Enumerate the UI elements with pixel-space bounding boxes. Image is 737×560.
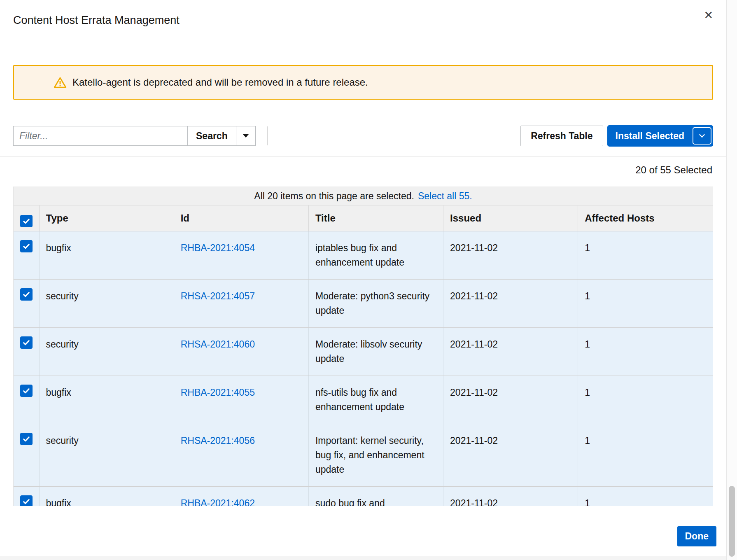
row-checkbox[interactable] [20,336,33,349]
cell-affected-hosts: 1 [578,328,713,376]
table-header-row: Type Id Title Issued Affected Hosts [14,205,713,231]
cell-type: bugfix [39,376,174,424]
toolbar: Search Refresh Table Install Selected [13,125,713,147]
cell-type: security [39,328,174,376]
modal-body: Katello-agent is deprecated and will be … [0,65,726,506]
check-icon [22,497,30,506]
errata-table: Type Id Title Issued Affected Hosts bugf… [14,205,713,506]
row-checkbox[interactable] [20,240,33,252]
check-icon [22,290,30,299]
table-row: bugfix RHBA-2021:4054 iptables bug fix a… [14,231,713,280]
column-header-title: Title [308,205,443,231]
toolbar-divider [267,126,268,145]
cell-issued: 2021-11-02 [443,487,578,506]
cell-title: sudo bug fix and [308,487,443,506]
erratum-id-link[interactable]: RHBA-2021:4062 [181,498,255,506]
table-row: security RHSA-2021:4056 Important: kerne… [14,424,713,487]
erratum-id-link[interactable]: RHBA-2021:4055 [181,387,255,398]
select-all-checkbox[interactable] [20,215,33,227]
row-checkbox[interactable] [20,385,33,397]
filter-input[interactable] [13,126,188,146]
table-row: security RHSA-2021:4057 Moderate: python… [14,280,713,328]
install-options-button[interactable] [693,127,711,145]
column-header-affected-hosts: Affected Hosts [578,205,713,231]
cell-affected-hosts: 1 [578,231,713,280]
page-title: Content Host Errata Management [13,14,180,27]
alert-text: Katello-agent is deprecated and will be … [72,77,368,88]
erratum-id-link[interactable]: RHSA-2021:4056 [181,435,255,446]
cell-title: Important: kernel security, bug fix, and… [308,424,443,487]
horizontal-scrollbar[interactable] [0,556,726,560]
deprecation-warning-alert: Katello-agent is deprecated and will be … [13,65,713,100]
row-checkbox[interactable] [20,495,33,506]
check-icon [22,217,30,225]
vertical-scrollbar-thumb[interactable] [729,486,735,557]
cell-affected-hosts: 1 [578,376,713,424]
bulk-select-text: All 20 items on this page are selected. [254,191,414,202]
search-button[interactable]: Search [187,126,236,146]
cell-title: Moderate: python3 security update [308,280,443,328]
bulk-select-banner: All 20 items on this page are selected. … [14,187,713,205]
cell-title: nfs-utils bug fix and enhancement update [308,376,443,424]
column-header-issued: Issued [443,205,578,231]
cell-issued: 2021-11-02 [443,424,578,487]
cell-issued: 2021-11-02 [443,376,578,424]
warning-icon [54,77,67,89]
cell-type: security [39,280,174,328]
row-checkbox[interactable] [20,288,33,301]
select-all-link[interactable]: Select all 55. [418,191,472,202]
check-icon [22,435,30,443]
vertical-scrollbar[interactable] [726,0,737,560]
caret-down-icon [243,134,249,138]
cell-affected-hosts: 1 [578,487,713,506]
cell-affected-hosts: 1 [578,424,713,487]
column-header-id: Id [174,205,308,231]
refresh-table-button[interactable]: Refresh Table [520,126,603,146]
toolbar-actions: Refresh Table Install Selected [520,125,713,147]
install-selected-button[interactable]: Install Selected [608,126,692,146]
cell-title: iptables bug fix and enhancement update [308,231,443,280]
errata-table-container: All 20 items on this page are selected. … [13,187,713,506]
close-icon[interactable]: ✕ [702,8,715,23]
check-icon [22,338,30,347]
cell-affected-hosts: 1 [578,280,713,328]
check-icon [22,387,30,395]
erratum-id-link[interactable]: RHSA-2021:4060 [181,339,255,350]
row-checkbox[interactable] [20,433,33,445]
install-selected-split-button: Install Selected [607,125,713,147]
cell-issued: 2021-11-02 [443,231,578,280]
cell-type: security [39,424,174,487]
cell-type: bugfix [39,487,174,506]
erratum-id-link[interactable]: RHSA-2021:4057 [181,291,255,301]
search-options-button[interactable] [236,126,256,146]
cell-type: bugfix [39,231,174,280]
table-row: bugfix RHBA-2021:4055 nfs-utils bug fix … [14,376,713,424]
cell-issued: 2021-11-02 [443,280,578,328]
check-icon [22,242,30,250]
column-header-type: Type [39,205,174,231]
cell-title: Moderate: libsolv security update [308,328,443,376]
errata-management-modal: Content Host Errata Management ✕ Katello… [0,0,726,560]
erratum-id-link[interactable]: RHBA-2021:4054 [181,243,255,253]
table-row: bugfix RHBA-2021:4062 sudo bug fix and 2… [14,487,713,506]
table-row: security RHSA-2021:4060 Moderate: libsol… [14,328,713,376]
done-button[interactable]: Done [677,526,717,546]
section-divider [0,156,726,157]
chevron-down-icon [698,132,706,140]
modal-header: Content Host Errata Management ✕ [0,0,726,41]
selected-count: 20 of 55 Selected [14,164,712,176]
cell-issued: 2021-11-02 [443,328,578,376]
